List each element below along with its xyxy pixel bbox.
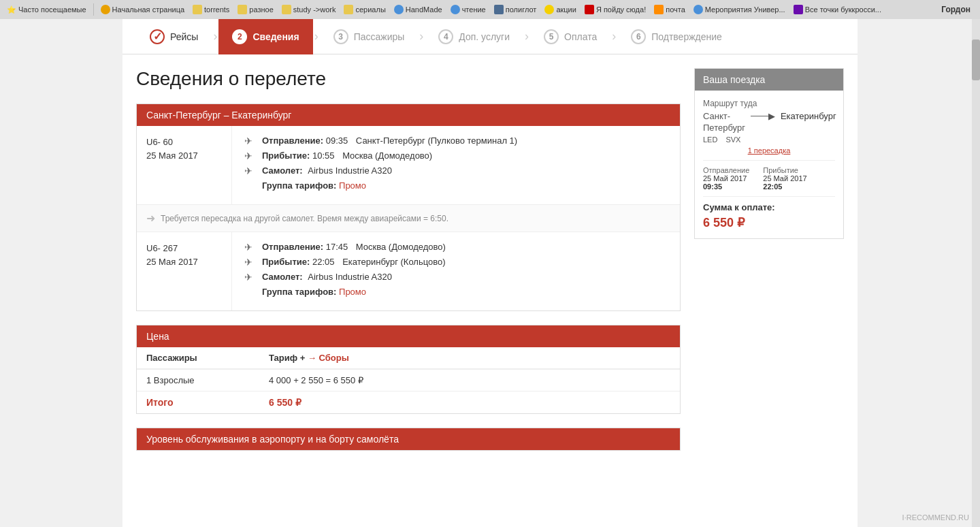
step-payment[interactable]: 5 Оплата xyxy=(530,19,610,54)
departure-icon: ✈ xyxy=(242,135,255,146)
fees-link[interactable]: Сборы xyxy=(319,353,349,363)
total-value: 6 550 ₽ xyxy=(259,392,680,414)
flight1-dep-label: Отправление: xyxy=(262,135,323,146)
bookmark-handmade[interactable]: HandMade xyxy=(391,3,445,16)
flight2-tariff-content: Группа тарифов: Промо xyxy=(262,287,670,297)
sidebar-city-from: Санкт-Петербург xyxy=(703,111,745,134)
flight1-arrival-row: ✈ Прибытие: 10:55 Москва (Домодедово) xyxy=(242,150,670,161)
flight1-aircraft-label: Самолет: xyxy=(262,165,303,176)
flight2-dep-label: Отправление: xyxy=(262,242,323,252)
flight1-arr-time: 10:55 xyxy=(312,150,335,161)
flight1-tariff-content: Группа тарифов: Промо xyxy=(262,180,670,191)
flight2-dep-place: Москва (Домодедово) xyxy=(356,242,446,252)
flight-segment-1: U6- 60 25 Мая 2017 ✈ Отправление: 09:35 … xyxy=(137,126,680,205)
sidebar-total-value: 6 550 ₽ xyxy=(703,215,835,230)
separator xyxy=(93,3,94,16)
sidebar-header: Ваша поездка xyxy=(695,69,843,91)
flight1-tariff-label: Группа тарифов: xyxy=(262,180,336,191)
flight2-tariff-row: Группа тарифов: Промо xyxy=(242,287,670,297)
flight1-aircraft-content: Самолет: Airbus Industrie A320 xyxy=(262,165,670,176)
handmade-favicon xyxy=(394,5,404,14)
main-content: Сведения о перелете Санкт-Петербург – Ек… xyxy=(122,54,858,478)
torrents-favicon xyxy=(193,5,202,14)
service-section: Уровень обслуживания в аэропорту и на бо… xyxy=(136,428,681,451)
sidebar: Ваша поездка Маршрут туда Санкт-Петербур… xyxy=(694,68,844,464)
flight2-aircraft-content: Самолет: Airbus Industrie A320 xyxy=(262,272,670,282)
aircraft-icon-2: ✈ xyxy=(242,272,255,283)
sidebar-times: Отправление 25 Май 2017 09:35 Прибытие 2… xyxy=(703,166,835,191)
col-passengers-header: Пассажиры xyxy=(137,347,259,369)
flight1-departure-row: ✈ Отправление: 09:35 Санкт-Петербург (Пу… xyxy=(242,135,670,146)
sidebar-divider-1 xyxy=(703,160,835,161)
col-price-header: Тариф + → Сборы xyxy=(259,347,680,369)
reading-favicon xyxy=(451,5,460,14)
scrollbar-thumb[interactable] xyxy=(972,39,980,80)
scrollbar[interactable] xyxy=(972,19,980,527)
flight2-dep-time: 17:45 xyxy=(326,242,348,252)
price-total-row: Итого 6 550 ₽ xyxy=(137,392,680,414)
bookmark-mail[interactable]: почта xyxy=(651,3,688,16)
service-header: Уровень обслуживания в аэропорту и на бо… xyxy=(137,428,680,450)
sidebar-arr-time: 22:05 xyxy=(763,182,806,191)
bookmark-raznoe[interactable]: разное xyxy=(235,3,276,16)
sidebar-arr-label: Прибытие xyxy=(763,166,806,174)
bookmark-frequent[interactable]: ⭐ Часто посещаемые xyxy=(4,4,89,16)
sidebar-city-to: Екатеринбург xyxy=(781,111,836,121)
bookmark-study[interactable]: study ->work xyxy=(279,3,339,16)
flight1-departure-content: Отправление: 09:35 Санкт-Петербург (Пулк… xyxy=(262,135,670,146)
flight2-departure-row: ✈ Отправление: 17:45 Москва (Домодедово) xyxy=(242,242,670,253)
sidebar-total-label: Сумма к оплате: xyxy=(703,202,835,212)
step2-label: Сведения xyxy=(252,31,299,42)
flight-segment-2: U6- 267 25 Мая 2017 ✈ Отправление: 17:45… xyxy=(137,232,680,310)
flight1-details: ✈ Отправление: 09:35 Санкт-Петербург (Пу… xyxy=(232,126,680,204)
step-sep-4: › xyxy=(525,29,529,44)
sidebar-transfer-link[interactable]: 1 пересадка xyxy=(703,146,835,155)
step-sep-5: › xyxy=(612,29,616,44)
bookmark-go[interactable]: Я пойду сюда! xyxy=(582,3,649,16)
sidebar-code-to: SVX xyxy=(725,135,740,144)
flight1-dep-time: 09:35 xyxy=(326,135,348,146)
flight1-info: U6- 60 25 Мая 2017 xyxy=(137,126,232,204)
bookmark-home[interactable]: Начальная страница xyxy=(98,3,187,16)
events-favicon xyxy=(693,5,703,14)
polyglot-favicon xyxy=(494,5,504,14)
bookmark-bookcrossing[interactable]: Все точки буккросси... xyxy=(791,3,884,16)
flight1-arr-label: Прибытие: xyxy=(262,150,310,161)
step4-number: 4 xyxy=(438,29,453,44)
bookmark-akcii[interactable]: акции xyxy=(542,3,579,16)
bookmark-reading[interactable]: чтение xyxy=(448,3,489,16)
content-left: Сведения о перелете Санкт-Петербург – Ек… xyxy=(136,68,681,464)
step-sep-3: › xyxy=(419,29,423,44)
flight2-arrival-row: ✈ Прибытие: 22:05 Екатеринбург (Кольцово… xyxy=(242,257,670,268)
bookmark-events[interactable]: Мероприятия Универ... xyxy=(691,3,788,16)
arrival-icon-2: ✈ xyxy=(242,257,255,268)
flight2-arr-place: Екатеринбург (Кольцово) xyxy=(342,257,445,267)
flight1-tariff-link[interactable]: Промо xyxy=(339,180,366,191)
bookmark-serials[interactable]: сериалы xyxy=(341,3,388,16)
step-confirm[interactable]: 6 Подтверждение xyxy=(617,19,736,54)
step5-label: Оплата xyxy=(564,31,597,42)
bookmark-torrents[interactable]: torrents xyxy=(190,3,232,16)
step-details[interactable]: 2 Сведения xyxy=(218,19,312,54)
step-passengers[interactable]: 3 Пассажиры xyxy=(320,19,419,54)
flight1-tariff-row: Группа тарифов: Промо xyxy=(242,180,670,191)
tariff-plus-label: Тариф + xyxy=(269,353,305,363)
flight2-tariff-link[interactable]: Промо xyxy=(339,287,366,297)
step3-label: Пассажиры xyxy=(354,31,405,42)
total-label: Итого xyxy=(137,392,259,414)
sidebar-dep-date: 25 Май 2017 xyxy=(703,174,749,182)
bookmark-polyglot[interactable]: полиглот xyxy=(491,3,540,16)
steps-navigation: ✓ Рейсы › 2 Сведения › 3 Пассажиры › 4 Д… xyxy=(122,19,858,54)
flight2-tariff-label: Группа тарифов: xyxy=(262,287,336,297)
flight2-arr-label: Прибытие: xyxy=(262,257,310,267)
sidebar-arr-date: 25 Май 2017 xyxy=(763,174,806,182)
flight2-number: U6- 267 xyxy=(146,242,222,255)
flight1-dep-place: Санкт-Петербург (Пулково терминал 1) xyxy=(356,135,517,146)
page-wrapper: ✓ Рейсы › 2 Сведения › 3 Пассажиры › 4 Д… xyxy=(122,19,858,527)
step-extras[interactable]: 4 Доп. услуги xyxy=(425,19,523,54)
price-table-header: Пассажиры Тариф + → Сборы xyxy=(137,347,680,369)
flight1-number: U6- 60 xyxy=(146,135,222,149)
step-flights[interactable]: ✓ Рейсы xyxy=(136,19,212,54)
page-title: Сведения о перелете xyxy=(136,68,681,90)
flight2-aircraft-row: ✈ Самолет: Airbus Industrie A320 xyxy=(242,272,670,283)
